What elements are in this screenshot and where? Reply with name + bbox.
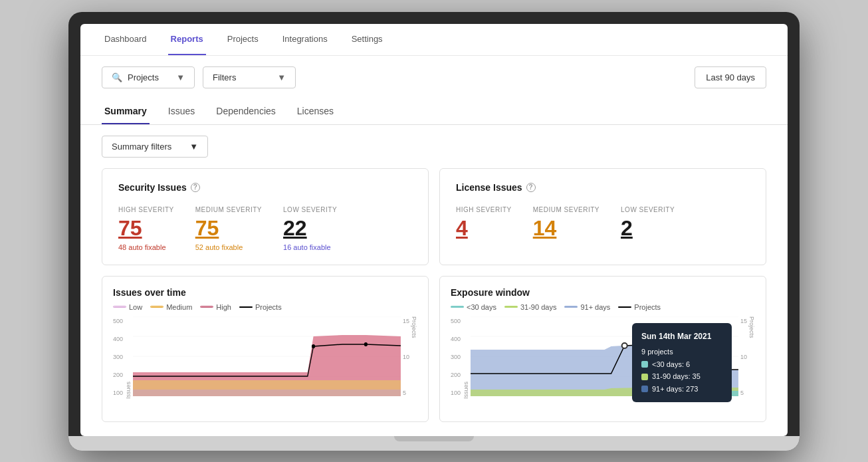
legend-31-90-color xyxy=(504,306,518,308)
legend-projects: Projects xyxy=(239,303,282,311)
toolbar: 🔍 Projects ▼ Filters ▼ Last 90 days xyxy=(80,56,788,99)
license-low-item: LOW SEVERITY 2 xyxy=(621,206,675,241)
tooltip-title: Sun 14th Mar 2021 xyxy=(641,330,722,343)
license-issues-info-icon[interactable]: ? xyxy=(526,183,536,192)
legend-exp-projects: Projects xyxy=(618,303,661,311)
tabs-bar: Summary Issues Dependencies Licenses xyxy=(80,99,788,125)
legend-projects-color xyxy=(239,306,253,308)
security-low-item: LOW SEVERITY 22 16 auto fixable xyxy=(283,206,337,251)
tab-dependencies[interactable]: Dependencies xyxy=(213,99,278,124)
security-medium-value[interactable]: 75 xyxy=(195,216,262,241)
nav-integrations[interactable]: Integrations xyxy=(280,24,330,56)
legend-31-90: 31-90 days xyxy=(504,303,556,311)
security-high-value[interactable]: 75 xyxy=(118,216,174,241)
projects-dropdown[interactable]: 🔍 Projects ▼ xyxy=(102,66,195,88)
security-low-auto-fixable: 16 auto fixable xyxy=(283,243,337,251)
legend-lt30-color xyxy=(451,306,464,308)
license-medium-item: MEDIUM SEVERITY 14 xyxy=(533,206,599,241)
search-icon: 🔍 xyxy=(112,72,122,82)
security-high-item: HIGH SEVERITY 75 48 auto fixable xyxy=(118,206,174,251)
legend-low-color xyxy=(113,306,126,308)
issues-chart-inner xyxy=(133,316,401,399)
projects-chevron-icon: ▼ xyxy=(176,72,185,82)
nav-settings[interactable]: Settings xyxy=(349,24,385,56)
legend-exp-projects-color xyxy=(618,306,631,308)
tab-summary[interactable]: Summary xyxy=(102,99,150,124)
issues-chart-wrapper: 500400300200100 Issues xyxy=(113,316,417,399)
exposure-tooltip: Sun 14th Mar 2021 9 projects <30 days: 6… xyxy=(632,323,732,402)
tooltip-91plus: 91+ days: 273 xyxy=(641,383,722,396)
issues-over-time-card: Issues over time Low Medium High xyxy=(102,276,429,422)
laptop-frame: Dashboard Reports Projects Integrations … xyxy=(68,12,800,451)
nav-dashboard[interactable]: Dashboard xyxy=(102,24,150,56)
tooltip-lt30: <30 days: 6 xyxy=(641,358,722,371)
svg-point-12 xyxy=(622,343,627,348)
legend-low: Low xyxy=(113,303,142,311)
license-issues-card: License Issues ? HIGH SEVERITY 4 MEDIUM … xyxy=(439,168,766,265)
exposure-window-title: Exposure window xyxy=(451,287,755,298)
tooltip-projects: 9 projects xyxy=(641,346,722,358)
exposure-chart-wrapper: 500400300200100 Issues xyxy=(451,316,755,399)
security-high-auto-fixable: 48 auto fixable xyxy=(118,243,174,251)
projects-dropdown-label: Projects xyxy=(128,72,159,82)
license-high-value[interactable]: 4 xyxy=(456,216,512,241)
summary-filters-bar: Summary filters ▼ xyxy=(80,125,788,168)
filters-chevron-icon: ▼ xyxy=(277,72,286,82)
legend-high-label: High xyxy=(216,303,231,311)
filters-dropdown[interactable]: Filters ▼ xyxy=(203,66,296,88)
issues-over-time-title: Issues over time xyxy=(113,287,417,298)
summary-filters-chevron-icon: ▼ xyxy=(189,142,198,152)
filters-dropdown-label: Filters xyxy=(213,72,236,82)
nav-projects[interactable]: Projects xyxy=(225,24,261,56)
exposure-chart-inner: Sun 14th Mar 2021 9 projects <30 days: 6… xyxy=(471,316,738,399)
security-medium-label: MEDIUM SEVERITY xyxy=(195,206,262,213)
security-medium-auto-fixable: 52 auto fixable xyxy=(195,243,262,251)
issues-over-time-legend: Low Medium High Projects xyxy=(113,303,417,311)
tooltip-lt30-dot xyxy=(641,361,648,368)
legend-medium-color xyxy=(150,306,163,308)
legend-91plus-color xyxy=(564,306,578,308)
tab-issues[interactable]: Issues xyxy=(165,99,197,124)
license-medium-value[interactable]: 14 xyxy=(533,216,599,241)
license-medium-label: MEDIUM SEVERITY xyxy=(533,206,599,213)
date-range-button[interactable]: Last 90 days xyxy=(695,66,766,88)
license-low-value[interactable]: 2 xyxy=(621,216,675,241)
security-low-label: LOW SEVERITY xyxy=(283,206,337,213)
legend-91plus: 91+ days xyxy=(564,303,610,311)
legend-91plus-label: 91+ days xyxy=(580,303,610,311)
app-container: Dashboard Reports Projects Integrations … xyxy=(80,24,788,436)
toolbar-left: 🔍 Projects ▼ Filters ▼ xyxy=(102,66,296,88)
tooltip-lt30-label: <30 days: 6 xyxy=(652,358,690,371)
laptop-base xyxy=(68,436,800,451)
laptop-screen: Dashboard Reports Projects Integrations … xyxy=(80,24,788,436)
tooltip-31-90-dot xyxy=(641,374,648,380)
date-range-label: Last 90 days xyxy=(706,72,755,82)
svg-point-5 xyxy=(312,344,315,348)
issues-chart-svg xyxy=(133,316,401,396)
legend-lt30: <30 days xyxy=(451,303,496,311)
security-medium-item: MEDIUM SEVERITY 75 52 auto fixable xyxy=(195,206,262,251)
legend-31-90-label: 31-90 days xyxy=(520,303,556,311)
top-nav: Dashboard Reports Projects Integrations … xyxy=(80,24,788,56)
svg-point-6 xyxy=(364,342,368,346)
license-low-label: LOW SEVERITY xyxy=(621,206,675,213)
legend-high: High xyxy=(200,303,231,311)
legend-lt30-label: <30 days xyxy=(467,303,496,311)
tab-licenses[interactable]: Licenses xyxy=(294,99,336,124)
tooltip-31-90: 31-90 days: 35 xyxy=(641,370,722,383)
legend-medium-label: Medium xyxy=(166,303,192,311)
charts-grid: Issues over time Low Medium High xyxy=(80,276,788,433)
license-high-item: HIGH SEVERITY 4 xyxy=(456,206,512,241)
security-low-value[interactable]: 22 xyxy=(283,216,337,241)
security-issues-card: Security Issues ? HIGH SEVERITY 75 48 au… xyxy=(102,168,429,265)
legend-exp-projects-label: Projects xyxy=(634,303,661,311)
security-issues-info-icon[interactable]: ? xyxy=(191,183,200,192)
summary-filters-button[interactable]: Summary filters ▼ xyxy=(102,136,208,158)
legend-medium: Medium xyxy=(150,303,192,311)
license-high-label: HIGH SEVERITY xyxy=(456,206,512,213)
legend-low-label: Low xyxy=(129,303,142,311)
security-high-label: HIGH SEVERITY xyxy=(118,206,174,213)
security-issues-title: Security Issues ? xyxy=(118,182,412,193)
nav-reports[interactable]: Reports xyxy=(168,24,206,56)
exposure-window-legend: <30 days 31-90 days 91+ days Projec xyxy=(451,303,755,311)
